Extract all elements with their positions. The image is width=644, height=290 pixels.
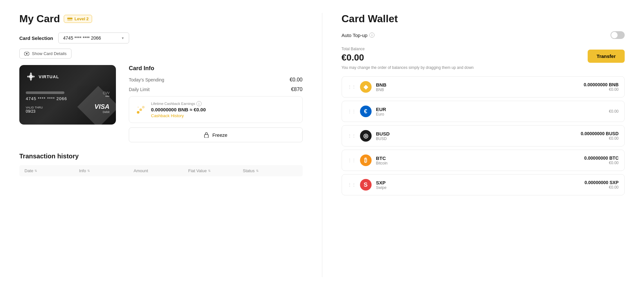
todays-spending-label: Today's Spending <box>129 77 164 82</box>
left-panel: My Card Level 2 Card Selection 4745 ****… <box>19 13 322 277</box>
coin-name: BUSD <box>376 136 581 141</box>
coin-icon-sxp: S <box>360 179 372 191</box>
card-number-visible: 4745 **** **** 2066 <box>26 96 67 101</box>
drag-handle-icon: ⋮⋮ <box>348 85 356 89</box>
col-fiat-value[interactable]: Fiat Value ⇅ <box>188 168 243 173</box>
coin-symbol: SXP <box>376 180 585 185</box>
coin-balance-fiat: €0.00 <box>581 136 619 141</box>
cashback-history-link[interactable]: Cashback History <box>151 113 184 118</box>
coin-balance-fiat: €0.00 <box>584 87 619 92</box>
virtual-card: VIRTUAL 4745 **** **** 2066 CVV *** VALI… <box>19 65 116 125</box>
coin-balance-crypto: 0.00000000 BUSD <box>581 131 619 136</box>
coin-balance-fiat: €0.00 <box>609 109 619 114</box>
todays-spending-value: €0.00 <box>289 77 302 83</box>
auto-topup-label: Auto Top-up i <box>342 33 375 38</box>
coin-balance-crypto: 0.00000000 BNB <box>584 82 619 87</box>
card-logo-row: VIRTUAL <box>26 71 109 82</box>
card-valid-label: VALID THRU <box>26 106 43 109</box>
daily-limit-value: €870 <box>291 87 303 92</box>
coin-name-group: SXP Swipe <box>376 180 585 190</box>
transaction-history-section: Transaction history Date ⇅ Info ⇅ Amount… <box>19 153 303 176</box>
card-number-group: 4745 **** **** 2066 <box>26 91 67 101</box>
svg-point-12 <box>142 106 145 108</box>
cashback-info-icon[interactable]: i <box>196 101 202 106</box>
show-card-details-button[interactable]: Show Card Details <box>19 49 71 59</box>
coin-icon-eur: € <box>360 106 372 117</box>
wallet-item[interactable]: ⋮⋮ S SXP Swipe 0.00000000 SXP €0.00 <box>342 174 625 195</box>
col-info[interactable]: Info ⇅ <box>79 168 134 173</box>
coin-balance-fiat: €0.00 <box>584 185 619 190</box>
drag-hint: You may change the order of balances sim… <box>342 65 625 70</box>
coin-icon-busd: ◎ <box>360 130 372 142</box>
svg-rect-14 <box>204 135 208 138</box>
total-balance-group: Total Balance €0.00 <box>342 47 365 63</box>
balance-transfer-row: Total Balance €0.00 Transfer <box>342 47 625 63</box>
auto-topup-toggle[interactable] <box>611 31 625 39</box>
wallet-item[interactable]: ⋮⋮ ₿ BTC Bitcoin 0.00000000 BTC €0.00 <box>342 150 625 171</box>
cashback-icon <box>135 104 147 116</box>
total-balance-value: €0.00 <box>342 52 365 63</box>
coin-name: Euro <box>376 112 609 117</box>
lock-icon <box>204 132 209 138</box>
card-expiry-value: 09/23 <box>26 109 43 114</box>
col-date[interactable]: Date ⇅ <box>24 168 79 173</box>
table-header: Date ⇅ Info ⇅ Amount Fiat Value ⇅ Status… <box>19 165 303 176</box>
wallet-items-list: ⋮⋮ ◆ BNB BNB 0.00000000 BNB €0.00 ⋮⋮ € E… <box>342 76 625 195</box>
coin-balance-group: 0.00000000 SXP €0.00 <box>584 180 619 190</box>
transfer-button[interactable]: Transfer <box>588 50 625 63</box>
show-details-label: Show Card Details <box>32 51 67 56</box>
eye-icon <box>24 52 29 56</box>
coin-balance-group: 0.00000000 BUSD €0.00 <box>581 131 619 141</box>
svg-point-3 <box>26 53 28 54</box>
drag-handle-icon: ⋮⋮ <box>348 109 356 114</box>
coin-balance-crypto: 0.00000000 SXP <box>584 180 619 185</box>
svg-marker-8 <box>27 75 28 78</box>
page-title-row: My Card Level 2 <box>19 13 303 25</box>
drag-handle-icon: ⋮⋮ <box>348 158 356 163</box>
auto-topup-info-icon[interactable]: i <box>369 33 374 38</box>
coin-name: BNB <box>376 88 584 92</box>
sort-info-icon: ⇅ <box>87 169 90 173</box>
level-badge-text: Level 2 <box>74 16 89 21</box>
cashback-amount: 0.00000000 BNB ≈ €0.00 <box>151 107 206 112</box>
daily-limit-label: Daily Limit <box>129 87 150 92</box>
sort-status-icon: ⇅ <box>256 169 259 173</box>
level-badge: Level 2 <box>64 15 92 23</box>
chevron-down-icon: ▼ <box>121 36 124 40</box>
card-info-panel: Card Info Today's Spending €0.00 Daily L… <box>129 65 303 142</box>
cashback-box: Lifetime Cashback Earnings i 0.00000000 … <box>129 96 303 123</box>
card-selection-row: Card Selection 4745 **** **** 2066 ▼ <box>19 33 303 43</box>
wallet-item[interactable]: ⋮⋮ ◆ BNB BNB 0.00000000 BNB €0.00 <box>342 76 625 98</box>
total-balance-label: Total Balance <box>342 47 365 51</box>
selected-card-text: 4745 **** **** 2066 <box>63 35 101 41</box>
coin-symbol: EUR <box>376 107 609 112</box>
coin-balance-group: 0.00000000 BNB €0.00 <box>584 82 619 92</box>
freeze-button[interactable]: Freeze <box>129 127 303 142</box>
sort-fiat-icon: ⇅ <box>208 169 211 173</box>
coin-balance-group: 0.00000000 BTC €0.00 <box>584 155 619 165</box>
card-virtual-label: VIRTUAL <box>39 74 59 79</box>
card-info-title: Card Info <box>129 65 303 72</box>
binance-logo-icon <box>26 71 36 82</box>
svg-marker-9 <box>33 75 35 78</box>
svg-marker-6 <box>28 74 33 79</box>
coin-symbol: BUSD <box>376 131 581 136</box>
transaction-history-title: Transaction history <box>19 153 303 160</box>
wallet-item[interactable]: ⋮⋮ € EUR Euro €0.00 <box>342 101 625 122</box>
todays-spending-row: Today's Spending €0.00 <box>129 77 303 83</box>
drag-handle-icon: ⋮⋮ <box>348 182 356 187</box>
coin-name-group: BUSD BUSD <box>376 131 581 141</box>
coin-name: Bitcoin <box>376 161 584 165</box>
coin-icon-btc: ₿ <box>360 154 372 166</box>
coin-symbol: BNB <box>376 82 584 88</box>
coin-balance-group: €0.00 <box>609 109 619 114</box>
card-select-dropdown[interactable]: 4745 **** **** 2066 ▼ <box>58 33 129 43</box>
col-status[interactable]: Status ⇅ <box>243 168 298 173</box>
coin-name-group: EUR Euro <box>376 107 609 117</box>
card-selection-label: Card Selection <box>19 35 53 41</box>
svg-rect-1 <box>67 18 72 19</box>
svg-point-10 <box>137 111 139 114</box>
col-amount[interactable]: Amount <box>134 168 188 173</box>
coin-name-group: BTC Bitcoin <box>376 155 584 165</box>
wallet-item[interactable]: ⋮⋮ ◎ BUSD BUSD 0.00000000 BUSD €0.00 <box>342 125 625 146</box>
